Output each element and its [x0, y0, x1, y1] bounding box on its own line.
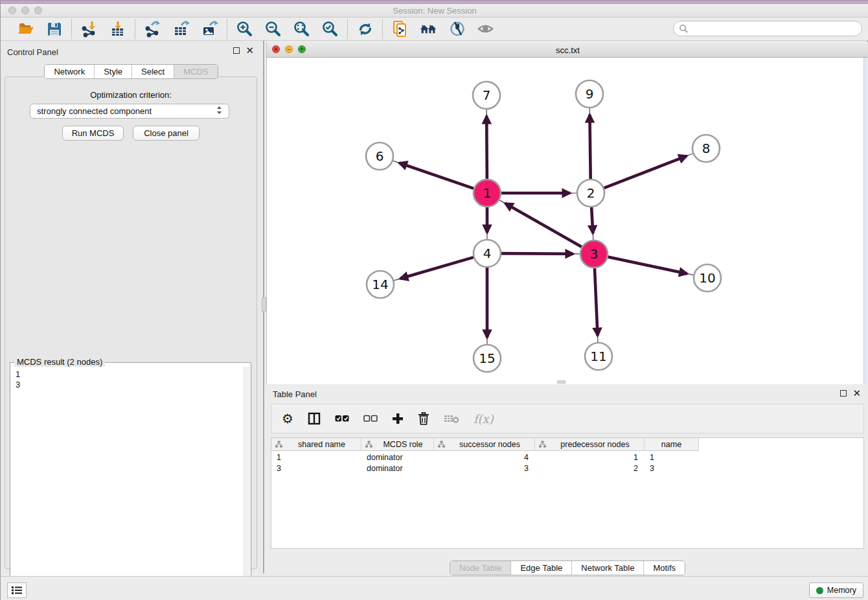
application-window: Session: New Session	[0, 0, 868, 600]
graph-node-9[interactable]: 9	[576, 80, 603, 108]
table-cell[interactable]: 3	[645, 463, 699, 474]
deselect-all-rows-icon[interactable]	[363, 411, 378, 426]
main-toolbar	[1, 17, 868, 41]
tab-select[interactable]: Select	[131, 65, 174, 78]
graph-edge[interactable]	[400, 257, 474, 279]
graph-edge[interactable]	[595, 268, 598, 336]
column-header-name[interactable]: name	[645, 438, 699, 451]
close-panel-icon[interactable]: ✕	[246, 47, 254, 54]
mcds-result-scrollbar[interactable]	[244, 367, 250, 600]
network-scrollbar[interactable]	[863, 58, 868, 384]
table-cell[interactable]: dominator	[361, 452, 434, 463]
graph-edge[interactable]	[591, 207, 593, 233]
toggle-column-view-icon[interactable]	[308, 411, 321, 426]
search-icon	[679, 24, 689, 34]
clone-network-icon[interactable]	[391, 20, 409, 38]
mcds-result-list[interactable]: 13	[11, 367, 244, 600]
panel-splitter[interactable]	[262, 41, 266, 573]
graph-node-7[interactable]: 7	[473, 82, 500, 109]
table-cell[interactable]: 1	[645, 452, 699, 463]
table-row[interactable]: 3dominator323	[271, 463, 699, 474]
graph-node-15[interactable]: 15	[474, 345, 501, 372]
float-panel-icon[interactable]	[233, 47, 240, 54]
graph-node-11[interactable]: 11	[585, 343, 612, 370]
save-session-icon[interactable]	[45, 20, 63, 38]
list-icon	[11, 586, 23, 595]
node-table[interactable]: shared nameMCDS rolesuccessor nodesprede…	[271, 437, 864, 549]
table-cell[interactable]: 3	[271, 463, 361, 474]
column-header-shared-name[interactable]: shared name	[271, 438, 361, 451]
column-header-MCDS-role[interactable]: MCDS role	[361, 438, 434, 451]
export-image-icon[interactable]	[201, 20, 218, 38]
mcds-result-group: MCDS result (2 nodes) 13	[10, 362, 251, 600]
table-row[interactable]: 1dominator411	[271, 452, 699, 463]
zoom-fit-icon[interactable]	[293, 20, 310, 38]
run-mcds-button[interactable]: Run MCDS	[62, 126, 124, 141]
zoom-out-icon[interactable]	[264, 20, 282, 38]
graph-edge[interactable]	[501, 253, 573, 254]
zoom-selected-icon[interactable]	[321, 20, 339, 38]
graph-edge[interactable]	[589, 115, 590, 179]
memory-label: Memory	[827, 586, 856, 595]
table-cell[interactable]: 4	[434, 452, 535, 463]
graph-edge[interactable]	[604, 156, 687, 188]
export-table-icon[interactable]	[172, 20, 190, 38]
import-network-icon[interactable]	[80, 20, 98, 38]
memory-button[interactable]: Memory	[809, 583, 863, 598]
criterion-dropdown[interactable]: strongly connected component	[30, 104, 229, 119]
graph-node-1[interactable]: 1	[474, 179, 501, 207]
open-session-icon[interactable]	[17, 20, 34, 38]
search-input[interactable]	[673, 21, 862, 36]
table-cell[interactable]: 1	[271, 452, 361, 463]
refresh-view-icon[interactable]	[356, 20, 374, 38]
graph-node-8[interactable]: 8	[692, 135, 720, 162]
graph-node-6[interactable]: 6	[366, 143, 393, 170]
table-cell[interactable]: 2	[535, 463, 645, 474]
column-header-predecessor-nodes[interactable]: predecessor nodes	[535, 438, 645, 451]
table-tab-network-table[interactable]: Network Table	[571, 561, 643, 575]
tab-style[interactable]: Style	[94, 65, 131, 78]
network-resize-grip[interactable]	[557, 380, 565, 384]
graph-node-10[interactable]: 10	[694, 264, 721, 292]
tab-network[interactable]: Network	[45, 65, 94, 78]
add-column-icon[interactable]	[392, 411, 404, 426]
float-table-panel-icon[interactable]	[840, 390, 847, 397]
toggle-visual-style-icon[interactable]	[448, 20, 466, 38]
table-settings-gear-icon[interactable]: ⚙	[282, 411, 293, 426]
export-network-icon[interactable]	[144, 20, 161, 38]
home-layout-icon[interactable]	[420, 20, 437, 38]
table-tab-motifs[interactable]: Motifs	[643, 561, 685, 575]
column-header-successor-nodes[interactable]: successor nodes	[434, 438, 535, 451]
sort-tree-icon	[539, 441, 546, 448]
graph-edge[interactable]	[608, 257, 687, 274]
close-table-panel-icon[interactable]: ✕	[852, 389, 861, 397]
import-table-icon[interactable]	[109, 20, 126, 38]
table-cell[interactable]: 1	[535, 452, 645, 463]
svg-text:7: 7	[483, 87, 491, 103]
session-title: Session: New Session	[1, 6, 868, 16]
table-tab-edge-table[interactable]: Edge Table	[510, 561, 571, 575]
table-tab-node-table[interactable]: Node Table	[450, 561, 511, 575]
graph-node-3[interactable]: 3	[580, 240, 608, 268]
network-title: scc.txt	[267, 45, 868, 55]
network-view-window: × – + scc.txt 7968124314101511	[266, 42, 868, 384]
select-all-rows-icon[interactable]	[335, 411, 349, 426]
task-history-button[interactable]	[7, 583, 27, 598]
tab-mcds[interactable]: MCDS	[174, 65, 217, 78]
table-cell[interactable]: 3	[434, 463, 535, 474]
graph-node-2[interactable]: 2	[577, 179, 604, 207]
graph-edge[interactable]	[505, 203, 582, 247]
graph-edge[interactable]	[486, 116, 487, 179]
table-cell[interactable]: dominator	[361, 463, 434, 474]
delete-column-trash-icon[interactable]	[418, 411, 429, 426]
graph-node-4[interactable]: 4	[474, 240, 501, 267]
close-panel-button[interactable]: Close panel	[133, 126, 200, 141]
status-bar: Memory	[1, 576, 868, 600]
splitter-grip[interactable]	[262, 297, 266, 312]
graph-node-14[interactable]: 14	[367, 271, 394, 298]
graph-edge[interactable]	[399, 163, 474, 188]
sort-tree-icon	[365, 441, 372, 448]
network-canvas[interactable]: 7968124314101511	[267, 58, 864, 384]
network-window-titlebar[interactable]: × – + scc.txt	[267, 42, 868, 58]
zoom-in-icon[interactable]	[236, 20, 253, 38]
